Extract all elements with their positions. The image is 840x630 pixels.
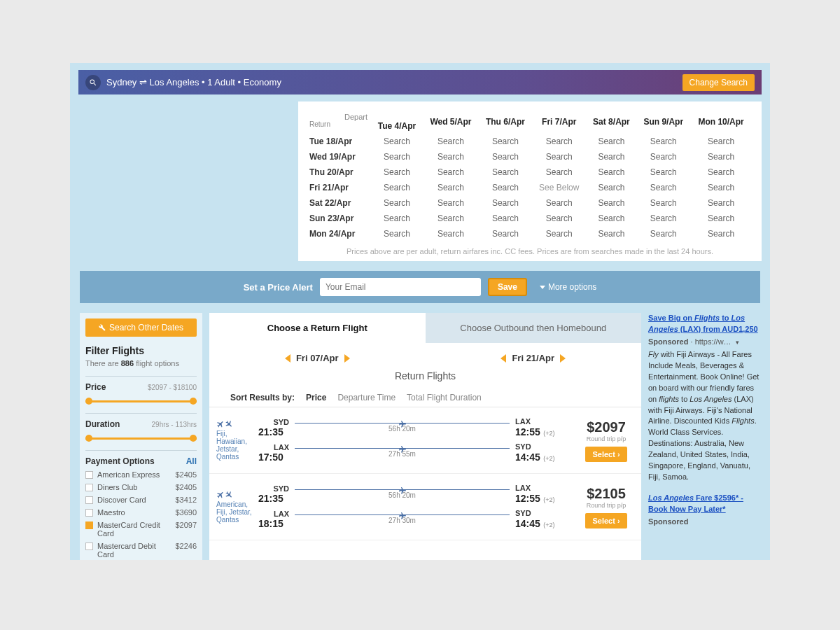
payment-price: $2405 [175, 483, 197, 491]
search-other-dates-button[interactable]: Search Other Dates [85, 318, 197, 337]
matrix-cell[interactable]: Search [423, 164, 479, 180]
matrix-row-header: Wed 19/Apr [308, 149, 371, 164]
matrix-cell[interactable]: Search [423, 211, 479, 226]
arr-code: SYD [515, 509, 555, 517]
plane-icon [398, 419, 407, 431]
flight-leg: LAX18:1527h 30mSYD14:45 (+2) [258, 509, 578, 530]
matrix-cell[interactable]: Search [690, 195, 752, 211]
matrix-cell[interactable]: Search [479, 180, 532, 195]
ad1-title[interactable]: Save Big on Flights to Los Angeles (LAX)… [648, 314, 758, 333]
matrix-cell[interactable]: Search [532, 195, 587, 211]
matrix-cell[interactable]: Search [636, 180, 690, 195]
price-slider[interactable] [85, 398, 197, 405]
matrix-cell[interactable]: Search [690, 226, 752, 241]
filter-sidebar: Search Other Dates Filter Flights There … [80, 313, 202, 560]
matrix-cell[interactable]: Search [690, 134, 752, 149]
alert-email-input[interactable] [320, 278, 481, 296]
search-icon[interactable] [85, 75, 101, 90]
matrix-cell[interactable]: Search [636, 211, 690, 226]
matrix-cell[interactable]: Search [587, 195, 637, 211]
matrix-cell[interactable]: Search [532, 226, 587, 241]
checkbox-icon [85, 509, 93, 517]
matrix-cell[interactable]: Search [587, 149, 637, 164]
matrix-cell[interactable]: Search [423, 134, 479, 149]
matrix-cell[interactable]: Search [423, 180, 479, 195]
matrix-cell[interactable]: Search [532, 164, 587, 180]
ad2-title[interactable]: Los Angeles Fare $2596* - Book Now Pay L… [648, 493, 743, 513]
payment-option[interactable]: Mastercard Debit Card$2246 [85, 542, 197, 559]
matrix-cell[interactable]: Search [479, 164, 532, 180]
topbar: Sydney ⇌ Los Angeles • 1 Adult • Economy… [78, 70, 762, 94]
matrix-cell[interactable]: Search [479, 226, 532, 241]
alert-save-button[interactable]: Save [488, 278, 527, 296]
payment-option[interactable]: Discover Card$3412 [85, 496, 197, 504]
matrix-cell[interactable]: Search [423, 226, 479, 241]
flight-price: $2105 [578, 486, 634, 502]
matrix-cell[interactable]: Search [636, 226, 690, 241]
tab-outbound-homebound[interactable]: Choose Outbound then Homebound [426, 313, 642, 343]
prev-date-icon[interactable] [500, 354, 506, 363]
matrix-cell[interactable]: Search [371, 149, 423, 164]
matrix-cell[interactable]: Search [371, 211, 423, 226]
payment-price: $2405 [175, 470, 197, 479]
prev-date-icon[interactable] [285, 354, 290, 363]
matrix-cell[interactable]: Search [690, 180, 752, 195]
select-flight-button[interactable]: Select › [585, 447, 626, 462]
matrix-cell[interactable]: Search [587, 226, 637, 241]
matrix-cell[interactable]: Search [690, 164, 752, 180]
sort-option[interactable]: Price [306, 393, 326, 402]
change-search-button[interactable]: Change Search [682, 74, 755, 91]
matrix-cell[interactable]: Search [423, 195, 479, 211]
next-date-icon[interactable] [560, 354, 566, 363]
checkbox-icon [85, 484, 93, 491]
next-date-icon[interactable] [344, 354, 350, 363]
payment-options-label: Payment Options [85, 456, 155, 466]
matrix-cell[interactable]: Search [587, 164, 637, 180]
payment-all-link[interactable]: All [186, 456, 197, 466]
sort-option[interactable]: Total Flight Duration [407, 393, 482, 402]
matrix-col-header: Sat 8/Apr [587, 110, 637, 134]
matrix-cell[interactable]: Search [690, 149, 752, 164]
flight-result: American, Fiji, Jetstar, QantasSYD21:355… [209, 474, 641, 540]
matrix-cell[interactable]: Search [532, 149, 587, 164]
payment-name: Maestro [97, 508, 171, 517]
matrix-cell[interactable]: Search [371, 134, 423, 149]
section-title: Return Flights [209, 368, 641, 388]
tab-return-flight[interactable]: Choose a Return Flight [209, 313, 426, 343]
more-options-link[interactable]: More options [540, 282, 596, 292]
wrench-icon [99, 324, 106, 331]
matrix-cell[interactable]: Search [479, 134, 532, 149]
matrix-cell[interactable]: Search [479, 211, 532, 226]
matrix-cell[interactable]: Search [587, 211, 637, 226]
select-flight-button[interactable]: Select › [585, 513, 626, 528]
payment-option[interactable]: Diners Club$2405 [85, 483, 197, 491]
matrix-cell[interactable]: Search [587, 134, 637, 149]
matrix-cell[interactable]: Search [532, 134, 587, 149]
payment-option[interactable]: MasterCard Credit Card$2097 [85, 521, 197, 538]
matrix-cell[interactable]: Search [371, 226, 423, 241]
matrix-cell[interactable]: Search [636, 149, 690, 164]
matrix-cell[interactable]: Search [636, 134, 690, 149]
matrix-cell[interactable]: Search [371, 180, 423, 195]
outbound-date-picker[interactable]: Fri 07/Apr [285, 353, 350, 363]
matrix-cell[interactable]: Search [532, 211, 587, 226]
matrix-cell[interactable]: Search [587, 180, 637, 195]
price-alert-label: Set a Price Alert [244, 282, 313, 293]
matrix-cell[interactable]: Search [479, 149, 532, 164]
sort-option[interactable]: Departure Time [337, 393, 396, 402]
duration-slider[interactable] [85, 435, 197, 442]
matrix-cell[interactable]: Search [423, 149, 479, 164]
matrix-cell[interactable]: Search [371, 195, 423, 211]
payment-option[interactable]: American Express$2405 [85, 470, 197, 479]
return-date-picker[interactable]: Fri 21/Apr [500, 353, 566, 363]
matrix-cell[interactable]: Search [690, 211, 752, 226]
matrix-cell[interactable]: Search [479, 195, 532, 211]
arr-day-offset: (+2) [543, 455, 554, 462]
matrix-cell[interactable]: Search [636, 164, 690, 180]
matrix-cell[interactable]: Search [371, 164, 423, 180]
price-alert-bar: Set a Price Alert Save More options [80, 271, 760, 303]
payment-option[interactable]: Maestro$3690 [85, 508, 197, 517]
dep-code: SYD [265, 418, 289, 426]
matrix-cell[interactable]: Search [636, 195, 690, 211]
matrix-row-header: Tue 18/Apr [308, 134, 371, 149]
